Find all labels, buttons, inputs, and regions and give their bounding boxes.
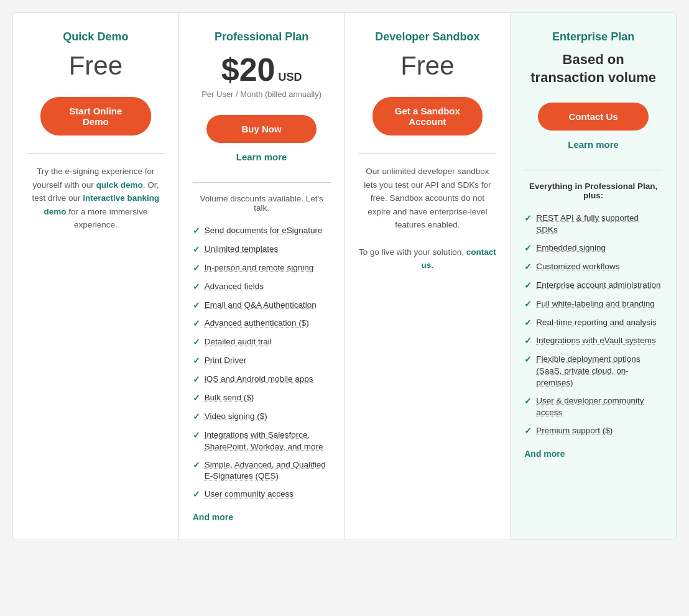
volume-note-enterprise: Everything in Professional Plan, plus: <box>524 182 662 200</box>
list-item: ✓Integrations with Salesforce, SharePoin… <box>193 430 331 453</box>
feature-text[interactable]: Real-time reporting and analysis <box>536 317 657 329</box>
divider-enterprise <box>524 170 662 170</box>
pricing-table: Quick Demo Free Start Online Demo Try th… <box>12 12 677 540</box>
feature-text[interactable]: Unlimited templates <box>205 244 279 255</box>
check-icon: ✓ <box>193 356 200 367</box>
check-icon: ✓ <box>193 263 200 275</box>
check-icon: ✓ <box>193 300 200 312</box>
feature-text[interactable]: Detailed audit trail <box>205 336 272 348</box>
list-item: ✓iOS and Android mobile apps <box>193 374 331 386</box>
check-icon: ✓ <box>193 430 200 442</box>
price-billed: Per User / Month (billed annually) <box>201 90 321 99</box>
desc-developer-sandbox: Our unlimited developer sandbox lets you… <box>359 165 497 272</box>
list-item: ✓Premium support ($) <box>524 425 662 438</box>
list-item: ✓Detailed audit trail <box>193 336 331 349</box>
plan-developer-sandbox: Developer Sandbox Free Get a Sandbox Acc… <box>345 13 511 540</box>
list-item: ✓Simple, Advanced, and Qualified E-Signa… <box>193 459 331 483</box>
list-item: ✓Send documents for eSignature <box>193 225 331 237</box>
check-icon: ✓ <box>524 336 532 347</box>
feature-text[interactable]: User & developer community access <box>536 395 662 419</box>
plan-price-quick-demo: Free <box>69 51 123 81</box>
feature-text[interactable]: Advanced fields <box>205 281 264 293</box>
and-more-professional[interactable]: And more <box>193 512 331 522</box>
check-icon: ✓ <box>193 226 200 237</box>
check-icon: ✓ <box>524 262 532 274</box>
divider-professional <box>193 182 331 183</box>
list-item: ✓Integrations with eVault systems <box>524 335 662 347</box>
volume-note-professional: Volume discounts available. Let's talk. <box>193 194 331 213</box>
quick-demo-link[interactable]: quick demo <box>96 180 143 190</box>
feature-text[interactable]: Premium support ($) <box>536 425 613 437</box>
feature-text[interactable]: Embedded signing <box>536 242 606 254</box>
list-item: ✓Advanced authentication ($) <box>193 318 331 330</box>
feature-text[interactable]: Print Driver <box>205 355 247 367</box>
feature-text[interactable]: iOS and Android mobile apps <box>205 374 313 385</box>
price-free-quick-demo: Free <box>69 51 123 80</box>
plan-enterprise: Enterprise Plan Based on transaction vol… <box>511 13 676 540</box>
feature-text[interactable]: Simple, Advanced, and Qualified E-Signat… <box>205 459 331 483</box>
list-item: ✓Full white-labeling and branding <box>524 298 662 311</box>
feature-text[interactable]: Send documents for eSignature <box>205 225 323 237</box>
list-item: ✓Enterprise account administration <box>524 280 662 292</box>
price-based-enterprise: Based on transaction volume <box>530 52 656 85</box>
plan-name-developer-sandbox: Developer Sandbox <box>375 30 479 44</box>
list-item: ✓Bulk send ($) <box>193 392 331 405</box>
cta-button-professional[interactable]: Buy Now <box>206 115 317 143</box>
check-icon: ✓ <box>193 318 200 330</box>
check-icon: ✓ <box>524 354 532 366</box>
plan-name-professional: Professional Plan <box>215 30 308 44</box>
desc-quick-demo: Try the e-signing experience for yoursel… <box>27 165 165 232</box>
cta-button-enterprise[interactable]: Contact Us <box>538 103 648 131</box>
feature-text[interactable]: Email and Q&A Authentication <box>205 300 317 311</box>
check-icon: ✓ <box>193 374 200 386</box>
list-item: ✓Print Driver <box>193 355 331 367</box>
list-item: ✓User & developer community access <box>524 395 662 419</box>
check-icon: ✓ <box>524 396 532 408</box>
plan-professional: Professional Plan $20 USD Per User / Mon… <box>179 13 345 540</box>
check-icon: ✓ <box>193 393 200 405</box>
feature-text[interactable]: Integrations with Salesforce, SharePoint… <box>205 430 331 453</box>
check-icon: ✓ <box>193 282 200 293</box>
cta-button-quick-demo[interactable]: Start Online Demo <box>40 97 150 136</box>
learn-more-professional[interactable]: Learn more <box>236 152 287 162</box>
list-item: ✓Unlimited templates <box>193 244 331 256</box>
list-item: ✓REST API & fully supported SDKs <box>524 213 662 236</box>
plan-price-developer-sandbox: Free <box>400 51 454 81</box>
plan-quick-demo: Quick Demo Free Start Online Demo Try th… <box>13 13 179 540</box>
plan-price-enterprise: Based on transaction volume <box>524 51 662 86</box>
learn-more-enterprise[interactable]: Learn more <box>568 139 619 150</box>
feature-text[interactable]: Flexible deployment options (SaaS, priva… <box>536 354 662 389</box>
feature-text[interactable]: Advanced authentication ($) <box>205 318 309 329</box>
plan-name-quick-demo: Quick Demo <box>63 30 128 44</box>
contact-us-link-sandbox[interactable]: contact us <box>422 247 496 270</box>
check-icon: ✓ <box>193 244 200 256</box>
and-more-enterprise[interactable]: And more <box>524 449 662 459</box>
feature-text[interactable]: User community access <box>205 489 294 500</box>
banking-demo-link[interactable]: interactive banking demo <box>44 193 160 216</box>
list-item: ✓Flexible deployment options (SaaS, priv… <box>524 354 662 389</box>
list-item: ✓In-person and remote signing <box>193 262 331 275</box>
plan-price-professional: $20 USD Per User / Month (billed annuall… <box>201 51 321 99</box>
price-usd: USD <box>275 71 302 83</box>
feature-text[interactable]: REST API & fully supported SDKs <box>536 213 662 236</box>
feature-text[interactable]: Customized workflows <box>536 261 619 273</box>
feature-text[interactable]: Full white-labeling and branding <box>536 298 655 310</box>
feature-text[interactable]: Enterprise account administration <box>536 280 660 292</box>
cta-button-developer-sandbox[interactable]: Get a Sandbox Account <box>372 97 483 136</box>
check-icon: ✓ <box>524 213 532 225</box>
feature-text[interactable]: Bulk send ($) <box>205 392 254 404</box>
check-icon: ✓ <box>193 489 200 501</box>
feature-text[interactable]: Integrations with eVault systems <box>536 335 656 347</box>
feature-text[interactable]: Video signing ($) <box>205 411 267 423</box>
check-icon: ✓ <box>524 243 532 255</box>
divider-quick-demo <box>27 153 165 154</box>
check-icon: ✓ <box>524 299 532 311</box>
plan-name-enterprise: Enterprise Plan <box>552 30 634 44</box>
list-item: ✓Real-time reporting and analysis <box>524 317 662 329</box>
check-icon: ✓ <box>193 411 200 423</box>
check-icon: ✓ <box>193 337 200 349</box>
list-item: ✓Customized workflows <box>524 261 662 274</box>
price-free-sandbox: Free <box>400 51 454 80</box>
feature-text[interactable]: In-person and remote signing <box>205 262 314 274</box>
check-icon: ✓ <box>524 280 532 292</box>
